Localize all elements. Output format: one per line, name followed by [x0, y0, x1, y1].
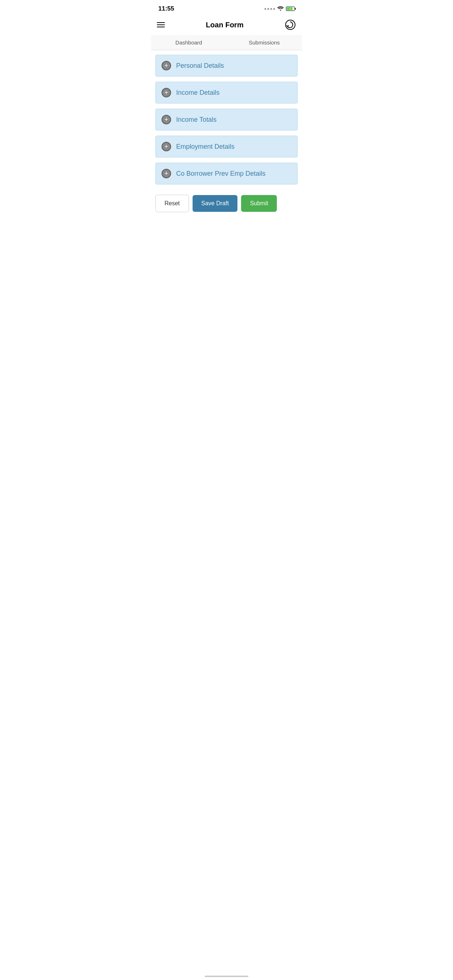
expand-personal-details-icon [161, 61, 171, 70]
tab-bar: Dashboard Submissions [151, 35, 302, 50]
accordion-header-personal-details[interactable]: Personal Details [156, 55, 297, 76]
accordion-header-employment-details[interactable]: Employment Details [156, 136, 297, 157]
signal-dots-icon [265, 8, 275, 10]
income-details-label: Income Details [176, 89, 220, 97]
action-buttons: Reset Save Draft Submit [151, 189, 302, 220]
svg-point-0 [286, 20, 295, 30]
main-content: Personal Details Income Details Income T… [151, 50, 302, 189]
accordion-employment-details[interactable]: Employment Details [155, 135, 298, 158]
tab-submissions[interactable]: Submissions [226, 35, 302, 50]
accordion-income-details[interactable]: Income Details [155, 82, 298, 103]
wifi-icon [277, 6, 284, 12]
expand-co-borrower-icon [161, 169, 171, 178]
accordion-personal-details[interactable]: Personal Details [155, 55, 298, 76]
expand-income-totals-icon [161, 115, 171, 124]
expand-employment-details-icon [161, 142, 171, 151]
status-bar: 11:55 ⚡ [151, 0, 302, 16]
accordion-income-totals[interactable]: Income Totals [155, 109, 298, 130]
employment-details-label: Employment Details [176, 143, 234, 151]
accordion-header-co-borrower-details[interactable]: Co Borrower Prev Emp Details [156, 163, 297, 184]
accordion-header-income-details[interactable]: Income Details [156, 82, 297, 103]
submit-button[interactable]: Submit [241, 195, 277, 212]
personal-details-label: Personal Details [176, 62, 224, 70]
refresh-icon[interactable] [284, 19, 296, 30]
status-icons: ⚡ [265, 6, 295, 12]
status-time: 11:55 [158, 5, 174, 13]
menu-icon[interactable] [157, 22, 165, 27]
accordion-co-borrower-details[interactable]: Co Borrower Prev Emp Details [155, 162, 298, 185]
reset-button[interactable]: Reset [155, 195, 189, 212]
page-title: Loan Form [206, 21, 243, 29]
co-borrower-label: Co Borrower Prev Emp Details [176, 170, 266, 178]
tab-dashboard[interactable]: Dashboard [151, 35, 226, 50]
battery-icon: ⚡ [286, 6, 295, 11]
nav-bar: Loan Form [151, 16, 302, 35]
accordion-header-income-totals[interactable]: Income Totals [156, 109, 297, 130]
save-draft-button[interactable]: Save Draft [193, 195, 238, 212]
expand-income-details-icon [161, 88, 171, 97]
income-totals-label: Income Totals [176, 116, 217, 124]
